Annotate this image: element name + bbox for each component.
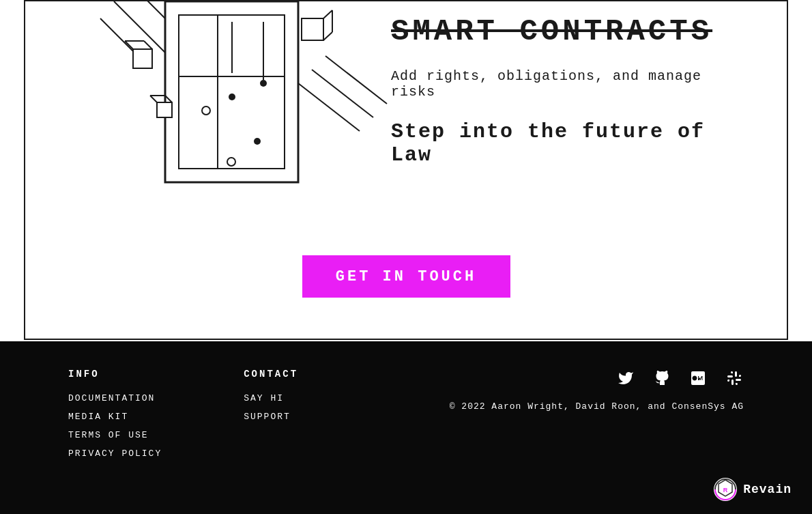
future-law-text: Step into the future of Law	[391, 120, 753, 167]
illustration-area	[59, 0, 401, 213]
svg-point-12	[254, 138, 261, 145]
get-in-touch-button[interactable]: GET IN TOUCH	[302, 255, 510, 298]
medium-icon[interactable]	[688, 369, 708, 388]
footer-contact-column: CONTACT SAY HI SUPPORT	[244, 369, 298, 467]
footer: INFO DOCUMENTATION MEDIA KIT TERMS OF US…	[0, 341, 812, 514]
svg-line-5	[298, 83, 360, 131]
subtitle-text: Add rights, obligations, and manage risk…	[391, 68, 753, 100]
slack-icon[interactable]	[725, 369, 744, 388]
svg-point-27	[227, 158, 235, 166]
right-content: SMART CONTRACTS Add rights, obligations,…	[391, 15, 753, 167]
footer-right: © 2022 Aaron Wright, David Roon, and Con…	[450, 369, 744, 412]
svg-line-21	[144, 41, 152, 49]
svg-line-24	[150, 96, 157, 102]
svg-rect-15	[302, 18, 323, 40]
svg-line-3	[312, 70, 373, 117]
svg-rect-23	[157, 102, 172, 117]
svg-point-10	[229, 94, 235, 100]
footer-top: INFO DOCUMENTATION MEDIA KIT TERMS OF US…	[68, 369, 744, 494]
revain-label: Revain	[743, 483, 792, 496]
svg-point-11	[260, 80, 267, 87]
svg-line-0	[114, 1, 169, 56]
svg-line-16	[323, 10, 332, 18]
bordered-container: SMART CONTRACTS Add rights, obligations,…	[24, 0, 788, 340]
svg-line-17	[323, 32, 332, 40]
revain-badge[interactable]: R Revain	[713, 477, 792, 502]
svg-line-4	[325, 56, 387, 104]
say-hi-link[interactable]: SAY HI	[244, 393, 298, 403]
privacy-policy-link[interactable]: PRIVACY POLICY	[68, 448, 162, 459]
svg-text:R: R	[723, 487, 728, 494]
twitter-icon[interactable]	[616, 369, 635, 388]
support-link[interactable]: SUPPORT	[244, 412, 298, 422]
media-kit-link[interactable]: MEDIA KIT	[68, 412, 162, 422]
main-content: SMART CONTRACTS Add rights, obligations,…	[0, 0, 812, 341]
page-wrapper: SMART CONTRACTS Add rights, obligations,…	[0, 0, 812, 514]
copyright-text: © 2022 Aaron Wright, David Roon, and Con…	[450, 401, 744, 412]
cta-area: GET IN TOUCH	[25, 255, 787, 298]
main-title: SMART CONTRACTS	[391, 15, 753, 48]
terms-of-use-link[interactable]: TERMS OF USE	[68, 430, 162, 440]
footer-left: INFO DOCUMENTATION MEDIA KIT TERMS OF US…	[68, 369, 298, 467]
social-icons-group	[616, 369, 744, 388]
svg-point-28	[202, 106, 210, 115]
github-icon[interactable]	[652, 369, 671, 388]
contact-column-title: CONTACT	[244, 369, 298, 380]
svg-rect-19	[133, 49, 152, 68]
info-column-title: INFO	[68, 369, 162, 380]
footer-info-column: INFO DOCUMENTATION MEDIA KIT TERMS OF US…	[68, 369, 162, 467]
documentation-link[interactable]: DOCUMENTATION	[68, 393, 162, 403]
